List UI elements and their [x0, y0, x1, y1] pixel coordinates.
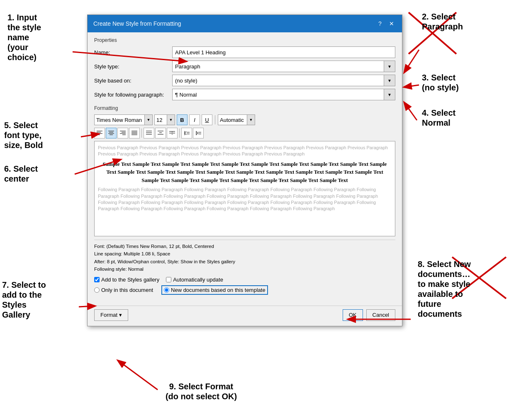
dialog-titlebar: Create New Style from Formatting ? ✕: [88, 15, 402, 32]
description-line2: Line spacing: Multiple 1.08 li, Space: [94, 250, 395, 257]
annotation-step7: 7. Select toadd to theStylesGallery: [2, 280, 81, 320]
svg-line-33: [404, 85, 419, 87]
svg-line-32: [404, 50, 419, 72]
annotation-step8: 8. Select Newdocuments…to make styleavai…: [418, 259, 507, 319]
decrease-indent-button[interactable]: [181, 128, 192, 138]
font-toolbar: Times New Roman ▼ 12 ▼ B I U Automatic: [94, 114, 395, 125]
style-following-container: ¶ Normal ▼: [172, 89, 395, 100]
align-right-button[interactable]: [117, 128, 128, 138]
new-docs-radio[interactable]: [164, 287, 169, 293]
name-label: Name:: [94, 49, 169, 56]
color-select-container: Automatic ▼: [218, 114, 255, 125]
toolbar-separator-1: [215, 115, 215, 124]
toolbar-separator-2: [141, 129, 142, 138]
annotation-step9: 9. Select Format(do not select OK): [122, 381, 280, 401]
toolbar-separator-3: [179, 129, 180, 138]
dialog-body: Properties Name: Style type: Paragraph ▼…: [88, 32, 402, 304]
italic-button[interactable]: I: [189, 114, 200, 125]
style-following-label: Style for following paragraph:: [94, 92, 169, 98]
annotation-step6: 6. Selectcenter: [4, 164, 73, 184]
description-line3: After: 8 pt, Widow/Orphan control, Style…: [94, 258, 395, 265]
increase-indent-button[interactable]: [193, 128, 204, 138]
size-select-container: 12 ▼: [154, 114, 175, 125]
cancel-button[interactable]: Cancel: [366, 309, 395, 321]
properties-label: Properties: [94, 37, 395, 43]
annotation-step5: 5. Selectfont type,size, Bold: [4, 120, 83, 150]
preview-box: Previous Paragraph Previous Paragraph Pr…: [94, 141, 395, 236]
preview-previous-text: Previous Paragraph Previous Paragraph Pr…: [98, 145, 392, 158]
align-center2-button[interactable]: [155, 128, 166, 138]
annotation-step1: 1. Inputthe stylename(yourchoice): [7, 12, 80, 62]
align-justify-button[interactable]: [129, 128, 140, 138]
style-based-container: (no style) ▼: [172, 75, 395, 86]
style-type-label: Style type:: [94, 63, 169, 70]
align-toolbar: [94, 128, 395, 138]
color-select[interactable]: Automatic: [218, 114, 255, 125]
annotation-step4: 4. SelectNormal: [422, 108, 505, 128]
align-center-button[interactable]: [106, 128, 117, 138]
ok-button[interactable]: OK: [343, 309, 363, 321]
name-input[interactable]: [172, 46, 395, 58]
formatting-label: Formatting: [94, 105, 395, 111]
dialog-footer: Format ▾ OK Cancel: [88, 306, 402, 326]
description-line1: Font: (Default) Times New Roman, 12 pt, …: [94, 243, 395, 250]
annotation-step2: 2. SelectParagraph: [422, 12, 505, 32]
create-style-dialog: Create New Style from Formatting ? ✕ Pro…: [87, 15, 402, 326]
description-line4: Following style: Normal: [94, 265, 395, 273]
annotation-step3: 3. Select(no style): [422, 73, 505, 92]
preview-sample-text: Sample Text Sample Text Sample Text Samp…: [98, 160, 392, 185]
font-select[interactable]: Times New Roman: [94, 114, 153, 125]
style-based-label: Style based on:: [94, 78, 169, 84]
auto-update-label[interactable]: Automatically update: [166, 277, 223, 283]
align-left-button[interactable]: [94, 128, 105, 138]
style-based-select[interactable]: (no style): [172, 75, 395, 86]
add-to-gallery-checkbox[interactable]: [94, 277, 100, 282]
add-to-gallery-label[interactable]: Add to the Styles gallery: [94, 277, 159, 283]
bold-button[interactable]: B: [177, 114, 188, 125]
font-select-container: Times New Roman ▼: [94, 114, 153, 125]
font-size-select[interactable]: 12: [154, 114, 175, 125]
align-left2-button[interactable]: [144, 128, 154, 138]
dialog-title: Create New Style from Formatting: [93, 20, 181, 27]
close-button[interactable]: ✕: [387, 19, 396, 28]
style-type-container: Paragraph ▼: [172, 61, 395, 72]
only-in-doc-label[interactable]: Only in this document: [94, 287, 153, 293]
style-type-select[interactable]: Paragraph: [172, 61, 395, 72]
svg-line-34: [404, 103, 417, 120]
format-button[interactable]: Format ▾: [94, 309, 128, 321]
style-description: Font: (Default) Times New Roman, 12 pt, …: [94, 240, 395, 273]
new-docs-label[interactable]: New documents based on this template: [161, 285, 268, 295]
only-in-doc-radio[interactable]: [94, 287, 100, 293]
formatting-section: Formatting Times New Roman ▼ 12 ▼ B I: [94, 105, 395, 295]
preview-following-text: Following Paragraph Following Paragraph …: [98, 187, 392, 212]
underline-button[interactable]: U: [202, 114, 212, 125]
titlebar-buttons: ? ✕: [375, 19, 396, 28]
help-button[interactable]: ?: [375, 19, 385, 28]
options-row: Add to the Styles gallery Automatically …: [94, 277, 395, 283]
footer-right-buttons: OK Cancel: [343, 309, 395, 321]
auto-update-checkbox[interactable]: [166, 277, 171, 282]
radio-options: Only in this document New documents base…: [94, 285, 395, 295]
align-right2-button[interactable]: [167, 128, 178, 138]
properties-grid: Name: Style type: Paragraph ▼ Style base…: [94, 46, 395, 100]
style-following-select[interactable]: ¶ Normal: [172, 89, 395, 100]
